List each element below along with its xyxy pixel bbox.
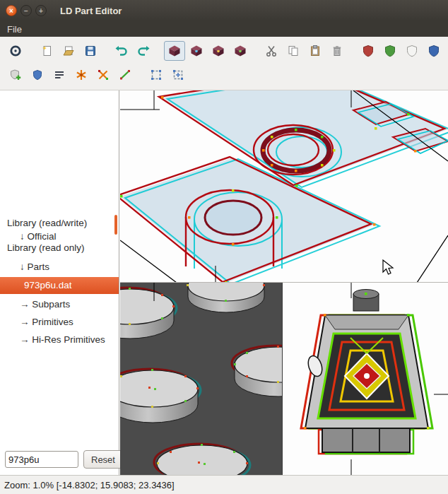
mouse-cursor (383, 260, 393, 274)
tree-item-library-rw[interactable]: Library (read/write) (0, 215, 119, 231)
selection-box-icon (150, 69, 163, 81)
save-button[interactable] (80, 41, 101, 61)
tree-item-parts[interactable]: ↓ Parts (0, 259, 119, 275)
cut-button[interactable] (261, 41, 282, 61)
tree-item-library-ro[interactable]: Library (read only) (0, 242, 119, 255)
tree-item-hires-primitives[interactable]: → Hi-Res Primitives (0, 331, 119, 348)
viewport-3d-top[interactable] (120, 90, 448, 283)
star-orange-icon (75, 69, 88, 81)
selection-box-button[interactable] (146, 65, 167, 85)
selection-grid-icon (172, 69, 184, 81)
status-bar: Zoom: 1.0% [-14.8302; 15.9083; 23.3436] (0, 475, 448, 494)
tree-item-subparts[interactable]: → Subparts (0, 296, 119, 312)
viewport-3d-bottom-left[interactable] (120, 283, 283, 475)
new-file-button[interactable] (36, 41, 57, 61)
open-file-button[interactable] (58, 41, 79, 61)
tree-item-primitives[interactable]: → Primitives (0, 314, 119, 330)
render-mode-2-button[interactable] (186, 41, 207, 61)
line-green-icon (119, 69, 131, 81)
shield-plus-button[interactable] (5, 65, 26, 85)
render-mode-1-icon (168, 45, 181, 57)
new-file-icon (40, 45, 53, 57)
parts-tree-panel: Library (read/write) ↓ Official Library … (0, 90, 119, 475)
shield-plus-icon (9, 69, 22, 81)
anaglyph-part-render (120, 90, 448, 283)
delete-icon (331, 45, 343, 57)
copy-icon (287, 45, 300, 57)
redo-icon (137, 45, 150, 57)
reset-button[interactable]: Reset (83, 450, 123, 469)
ld-part-editor-window: × − + LD Part Editor File (0, 0, 448, 494)
delete-button[interactable] (326, 41, 348, 61)
minimize-button[interactable]: − (20, 5, 32, 16)
parts-tree: Library (read/write) ↓ Official Library … (0, 215, 119, 348)
filter-input[interactable] (5, 451, 78, 468)
shield-small-blue-icon (31, 69, 44, 81)
tree-scrollbar-thumb[interactable] (114, 215, 117, 235)
cut-icon (265, 45, 278, 57)
viewport-3d-bottom-right[interactable] (283, 283, 448, 475)
shield-white-button[interactable] (401, 41, 423, 61)
main-area: Library (read/write) ↓ Official Library … (0, 90, 448, 475)
paste-icon (309, 45, 322, 57)
undo-button[interactable] (111, 41, 132, 61)
star-orange-button[interactable] (71, 65, 92, 85)
shield-blue-icon (428, 45, 440, 57)
menu-bar: File (0, 21, 448, 37)
sync-icon (9, 45, 22, 57)
render-mode-1-button[interactable] (164, 41, 185, 61)
save-icon (84, 45, 97, 57)
studs-render (120, 283, 283, 475)
render-mode-4-icon (234, 45, 247, 57)
shield-green-icon (384, 45, 396, 57)
render-mode-4-button[interactable] (230, 41, 251, 61)
cross-orange-button[interactable] (93, 65, 114, 85)
shield-green-button[interactable] (379, 41, 401, 61)
render-mode-3-icon (212, 45, 225, 57)
shield-red-icon (362, 45, 375, 57)
zoom-status: Zoom: 1.0% [-14.8302; 15.9083; 23.3436] (0, 480, 175, 490)
tree-item-official[interactable]: ↓ Official (0, 231, 119, 242)
shield-small-blue-button[interactable] (27, 65, 48, 85)
cross-orange-icon (97, 69, 110, 81)
render-mode-2-icon (190, 45, 203, 57)
selection-grid-button[interactable] (167, 65, 189, 85)
maximize-button[interactable]: + (35, 5, 47, 16)
text-lines-icon (53, 69, 66, 81)
open-file-icon (62, 45, 75, 57)
tree-item-973p6u-selected[interactable]: 973p6u.dat (0, 277, 119, 294)
text-lines-button[interactable] (49, 65, 70, 85)
line-green-button[interactable] (114, 65, 136, 85)
close-button[interactable]: × (6, 5, 17, 16)
menu-file[interactable]: File (0, 21, 29, 37)
title-bar: × − + LD Part Editor (0, 0, 448, 21)
shield-red-button[interactable] (358, 41, 379, 61)
window-title: LD Part Editor (60, 6, 122, 16)
shield-blue-button[interactable] (423, 41, 444, 61)
toolbar-row-1 (3, 39, 445, 63)
toolbar (0, 37, 448, 90)
paste-button[interactable] (305, 41, 326, 61)
render-mode-3-button[interactable] (208, 41, 229, 61)
copy-button[interactable] (283, 41, 304, 61)
redo-button[interactable] (133, 41, 154, 61)
undo-icon (115, 45, 128, 57)
shield-white-icon (406, 45, 418, 57)
sync-button[interactable] (5, 41, 26, 61)
toolbar-row-2 (3, 63, 445, 87)
torso-render (283, 283, 448, 475)
